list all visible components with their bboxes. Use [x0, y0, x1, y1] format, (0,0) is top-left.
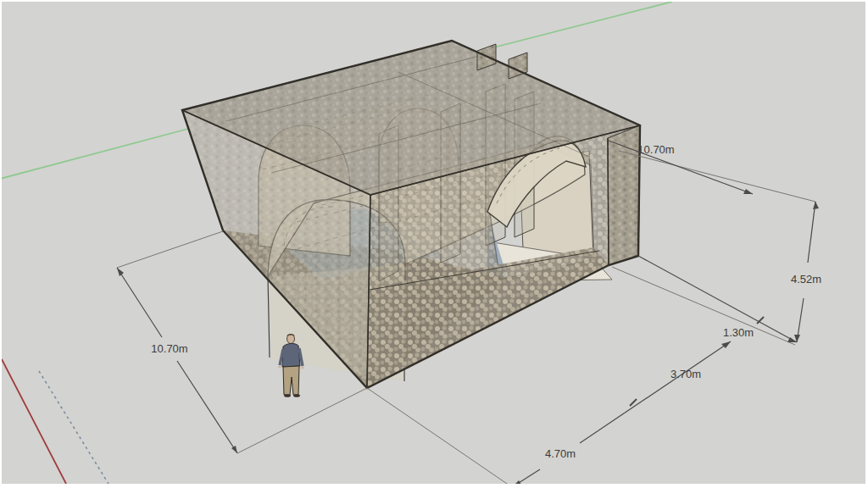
- dimension-bottom-chain[interactable]: 4.70m 3.70m: [512, 341, 731, 484]
- dimension-left-depth[interactable]: 10.70m: [117, 268, 237, 453]
- dimension-right-offset[interactable]: 1.30m: [638, 256, 797, 342]
- sketchup-window: 10.70m 10.70m 4.52m 1.30m: [0, 0, 868, 488]
- green-axis-line: [2, 129, 188, 179]
- building-model[interactable]: [182, 41, 640, 388]
- dimension-height[interactable]: 4.52m: [791, 202, 821, 342]
- dimension-label-right-offset: 1.30m: [723, 326, 754, 339]
- model-scene: 10.70m 10.70m 4.52m 1.30m: [2, 2, 865, 484]
- blue-axis-dotted-line: [39, 371, 108, 484]
- green-axis-line-far: [477, 2, 672, 52]
- dimension-label-left-depth: 10.70m: [151, 342, 187, 355]
- dimension-label-height: 4.52m: [791, 273, 821, 286]
- red-axis-line: [2, 359, 66, 484]
- dimension-label-right-span: 3.70m: [670, 368, 701, 380]
- dimension-label-front-span: 4.70m: [545, 447, 576, 460]
- dimension-label-top-right-depth: 10.70m: [637, 143, 674, 156]
- 3d-viewport[interactable]: 10.70m 10.70m 4.52m 1.30m: [2, 2, 865, 484]
